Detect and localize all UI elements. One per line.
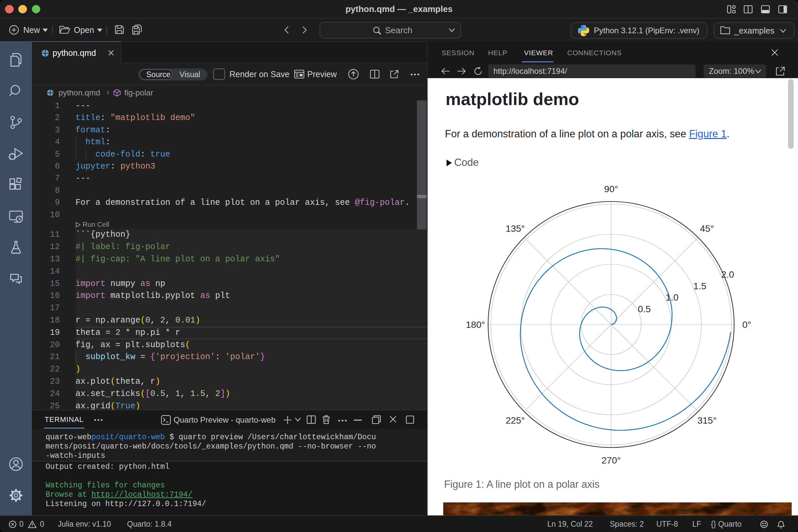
svg-text:90°: 90° [604, 184, 618, 194]
svg-text:270°: 270° [602, 455, 621, 466]
svg-text:45°: 45° [700, 224, 714, 234]
svg-text:0.5: 0.5 [638, 304, 651, 314]
svg-text:0°: 0° [742, 320, 752, 330]
svg-text:2.0: 2.0 [721, 269, 734, 280]
svg-text:225°: 225° [506, 415, 525, 425]
svg-text:315°: 315° [697, 415, 717, 425]
svg-text:135°: 135° [506, 224, 525, 234]
svg-text:180°: 180° [466, 320, 485, 330]
svg-text:1.5: 1.5 [693, 281, 706, 291]
svg-text:1.0: 1.0 [666, 292, 679, 303]
